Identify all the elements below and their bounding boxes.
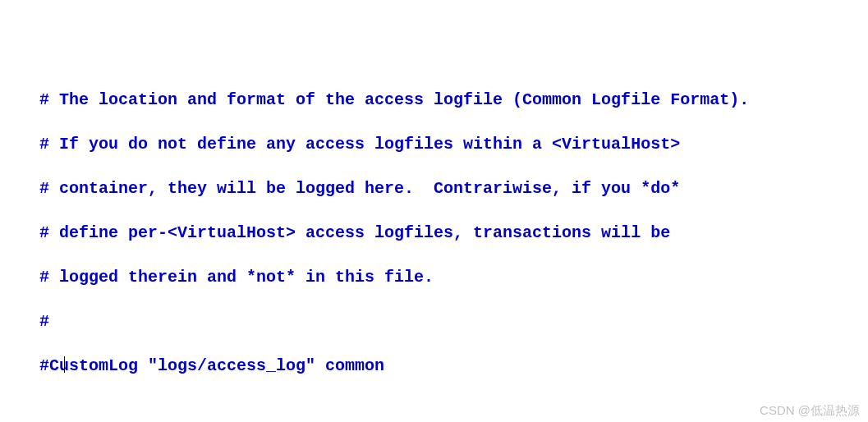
comment-line: # The location and format of the access …: [0, 89, 868, 111]
watermark: CSDN @低温热源: [760, 402, 860, 419]
text-cursor: [64, 356, 65, 373]
comment-line: # container, they will be logged here. C…: [0, 177, 868, 200]
comment-line: # logged therein and *not* in this file.: [0, 266, 868, 288]
comment-line: # define per-<VirtualHost> access logfil…: [0, 222, 868, 244]
comment-line: # If you do not define any access logfil…: [0, 133, 868, 155]
comment-line: #CustomLog "logs/access_log" common: [0, 355, 868, 377]
comment-line: #: [0, 310, 868, 333]
